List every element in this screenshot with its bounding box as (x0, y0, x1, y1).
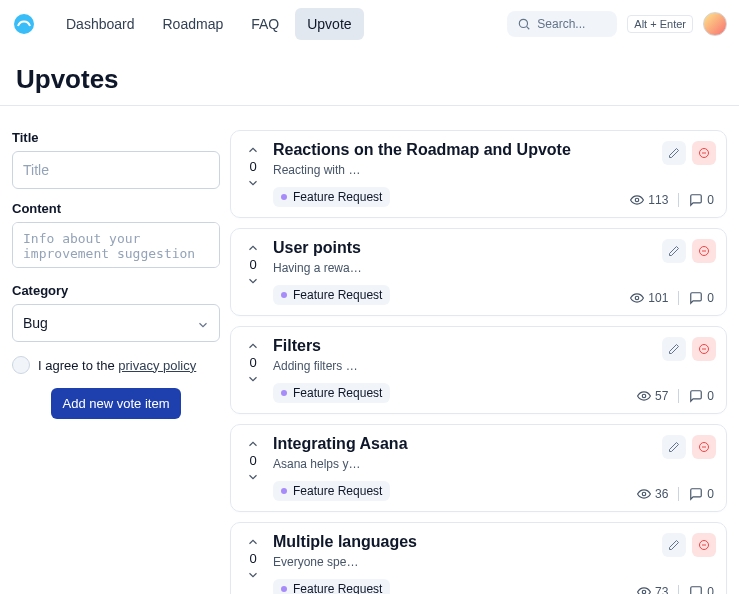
views-stat: 73 (637, 585, 668, 594)
delete-button[interactable] (692, 435, 716, 459)
category-select[interactable]: Bug (12, 304, 220, 342)
svg-point-0 (14, 14, 34, 34)
delete-button[interactable] (692, 141, 716, 165)
vote-list: 0 Reactions on the Roadmap and Upvote Re… (230, 130, 727, 594)
vote-desc: Adding filters will help... (273, 359, 363, 373)
nav-upvote[interactable]: Upvote (295, 8, 363, 40)
comments-stat: 0 (689, 585, 714, 594)
user-avatar[interactable] (703, 12, 727, 36)
vote-title[interactable]: User points (273, 239, 714, 257)
svg-point-8 (636, 296, 640, 300)
vote-card: 0 User pointsHaving a reward system fo..… (230, 228, 727, 316)
privacy-checkbox[interactable] (12, 356, 30, 374)
title-input[interactable] (12, 151, 220, 189)
eye-icon (637, 389, 651, 403)
vote-count: 0 (249, 255, 256, 274)
vote-count: 0 (249, 451, 256, 470)
tag-dot-icon (281, 586, 287, 592)
vote-card: 0 FiltersAdding filters will help...Feat… (230, 326, 727, 414)
tag-dot-icon (281, 292, 287, 298)
tag-dot-icon (281, 488, 287, 494)
views-stat: 101 (630, 291, 668, 305)
comment-icon (689, 389, 703, 403)
comments-stat: 0 (689, 487, 714, 501)
downvote-arrow-icon[interactable] (246, 470, 260, 484)
svg-line-2 (527, 27, 530, 30)
pencil-icon (668, 147, 680, 159)
downvote-arrow-icon[interactable] (246, 372, 260, 386)
edit-button[interactable] (662, 141, 686, 165)
pencil-icon (668, 539, 680, 551)
app-header: Dashboard Roadmap FAQ Upvote Search... A… (0, 0, 739, 48)
search-shortcut-hint: Alt + Enter (627, 15, 693, 33)
vote-desc: Reacting with - likes, di... (273, 163, 363, 177)
downvote-arrow-icon[interactable] (246, 176, 260, 190)
comments-stat: 0 (689, 193, 714, 207)
card-stats: 113 0 (630, 193, 714, 207)
svg-point-5 (636, 198, 640, 202)
eye-icon (637, 487, 651, 501)
delete-button[interactable] (692, 239, 716, 263)
delete-button[interactable] (692, 533, 716, 557)
svg-point-1 (520, 19, 528, 27)
minus-circle-icon (698, 147, 710, 159)
vote-desc: Everyone speaks a differe... (273, 555, 363, 569)
vote-card: 0 Reactions on the Roadmap and Upvote Re… (230, 130, 727, 218)
vote-tag: Feature Request (273, 285, 390, 305)
main-content: Title Content Category Bug I agree to th… (0, 130, 739, 594)
privacy-row: I agree to the privacy policy (12, 356, 220, 374)
submit-vote-button[interactable]: Add new vote item (51, 388, 182, 419)
minus-circle-icon (698, 245, 710, 257)
comment-icon (689, 291, 703, 305)
nav-roadmap[interactable]: Roadmap (151, 8, 236, 40)
vote-controls: 0 (243, 141, 263, 207)
vote-count: 0 (249, 157, 256, 176)
eye-icon (630, 193, 644, 207)
vote-title[interactable]: Integrating Asana (273, 435, 714, 453)
vote-title[interactable]: Reactions on the Roadmap and Upvote (273, 141, 714, 159)
comment-icon (689, 487, 703, 501)
privacy-text: I agree to the privacy policy (38, 358, 196, 373)
content-textarea[interactable] (12, 222, 220, 268)
upvote-arrow-icon[interactable] (246, 143, 260, 157)
divider (0, 105, 739, 106)
comments-stat: 0 (689, 291, 714, 305)
privacy-policy-link[interactable]: privacy policy (118, 358, 196, 373)
nav-faq[interactable]: FAQ (239, 8, 291, 40)
edit-button[interactable] (662, 337, 686, 361)
nav-dashboard[interactable]: Dashboard (54, 8, 147, 40)
edit-button[interactable] (662, 533, 686, 557)
vote-tag: Feature Request (273, 481, 390, 501)
upvote-arrow-icon[interactable] (246, 241, 260, 255)
vote-card: 0 Multiple languagesEveryone speaks a di… (230, 522, 727, 594)
app-logo[interactable] (12, 10, 40, 38)
upvote-arrow-icon[interactable] (246, 339, 260, 353)
delete-button[interactable] (692, 337, 716, 361)
header-right: Search... Alt + Enter (507, 11, 727, 37)
vote-title[interactable]: Multiple languages (273, 533, 714, 551)
edit-button[interactable] (662, 435, 686, 459)
search-placeholder: Search... (537, 17, 607, 31)
views-stat: 36 (637, 487, 668, 501)
vote-title[interactable]: Filters (273, 337, 714, 355)
title-label: Title (12, 130, 220, 145)
pencil-icon (668, 441, 680, 453)
vote-tag: Feature Request (273, 579, 390, 594)
stat-divider (678, 193, 679, 207)
card-actions (662, 141, 716, 165)
upvote-arrow-icon[interactable] (246, 535, 260, 549)
pencil-icon (668, 245, 680, 257)
minus-circle-icon (698, 343, 710, 355)
comments-stat: 0 (689, 389, 714, 403)
vote-desc: Having a reward system fo... (273, 261, 363, 275)
main-nav: Dashboard Roadmap FAQ Upvote (54, 8, 364, 40)
upvote-arrow-icon[interactable] (246, 437, 260, 451)
downvote-arrow-icon[interactable] (246, 274, 260, 288)
search-input[interactable]: Search... (507, 11, 617, 37)
vote-tag: Feature Request (273, 187, 390, 207)
edit-button[interactable] (662, 239, 686, 263)
minus-circle-icon (698, 539, 710, 551)
eye-icon (637, 585, 651, 594)
minus-circle-icon (698, 441, 710, 453)
downvote-arrow-icon[interactable] (246, 568, 260, 582)
